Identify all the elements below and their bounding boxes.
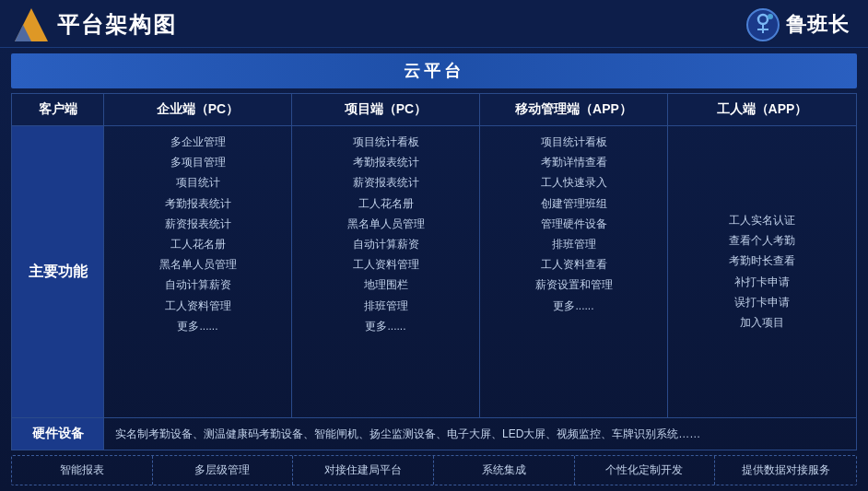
mobile-item-1: 考勤详情查看 bbox=[541, 154, 607, 171]
feature-3: 系统集成 bbox=[434, 456, 575, 485]
col-header-project-pc: 项目端（PC） bbox=[292, 94, 480, 125]
mobile-mgmt-col: 项目统计看板 考勤详情查看 工人快速录入 创建管理班组 管理硬件设备 排班管理 … bbox=[480, 126, 668, 417]
enterprise-item-2: 项目统计 bbox=[176, 174, 220, 192]
main-function-row: 主要功能 多企业管理 多项目管理 项目统计 考勤报表统计 薪资报表统计 工人花名… bbox=[12, 126, 856, 417]
col-header-enterprise: 企业端（PC） bbox=[104, 94, 292, 125]
hardware-content: 实名制考勤设备、测温健康码考勤设备、智能闸机、扬尘监测设备、电子大屏、LED大屏… bbox=[104, 418, 856, 450]
project-pc-col: 项目统计看板 考勤报表统计 薪资报表统计 工人花名册 黑名单人员管理 自动计算薪… bbox=[292, 126, 480, 417]
worker-item-2: 考勤时长查看 bbox=[729, 252, 795, 270]
main-function-label: 主要功能 bbox=[12, 126, 104, 417]
logo-icon bbox=[15, 8, 48, 41]
enterprise-item-0: 多企业管理 bbox=[170, 134, 226, 151]
mobile-item-0: 项目统计看板 bbox=[541, 134, 607, 151]
feature-1: 多层级管理 bbox=[153, 456, 294, 485]
enterprise-item-9: 更多...... bbox=[177, 318, 217, 335]
feature-5: 提供数据对接服务 bbox=[715, 456, 856, 485]
feature-4: 个性化定制开发 bbox=[575, 456, 716, 485]
mobile-item-7: 薪资设置和管理 bbox=[535, 276, 613, 294]
col-header-mobile: 移动管理端（APP） bbox=[480, 94, 668, 125]
page-container: 平台架构图 鲁班长 云平台 客户端 企业端（PC） bbox=[0, 0, 868, 491]
worker-item-4: 误打卡申请 bbox=[734, 294, 790, 311]
worker-item-3: 补打卡申请 bbox=[734, 274, 790, 291]
header-left: 平台架构图 bbox=[15, 8, 177, 41]
project-pc-item-3: 工人花名册 bbox=[358, 195, 414, 213]
worker-item-5: 加入项目 bbox=[740, 314, 784, 332]
page-title: 平台架构图 bbox=[57, 10, 177, 40]
mobile-item-5: 排班管理 bbox=[552, 236, 596, 253]
enterprise-col: 多企业管理 多项目管理 项目统计 考勤报表统计 薪资报表统计 工人花名册 黑名单… bbox=[104, 126, 292, 417]
mobile-item-3: 创建管理班组 bbox=[541, 195, 607, 213]
enterprise-item-8: 工人资料管理 bbox=[165, 298, 231, 315]
project-pc-item-5: 自动计算薪资 bbox=[353, 236, 419, 253]
project-pc-item-8: 排班管理 bbox=[364, 298, 408, 315]
project-pc-item-4: 黑名单人员管理 bbox=[347, 216, 425, 233]
enterprise-item-5: 工人花名册 bbox=[170, 236, 226, 253]
enterprise-item-1: 多项目管理 bbox=[170, 154, 226, 171]
worker-item-1: 查看个人考勤 bbox=[729, 232, 795, 250]
enterprise-item-7: 自动计算薪资 bbox=[165, 276, 231, 294]
col-header-client: 客户端 bbox=[12, 94, 104, 125]
mobile-item-2: 工人快速录入 bbox=[541, 174, 607, 192]
project-pc-item-9: 更多...... bbox=[365, 318, 405, 335]
platform-table: 客户端 企业端（PC） 项目端（PC） 移动管理端（APP） 工人端（APP） … bbox=[11, 93, 857, 450]
brand-logo: 鲁班长 bbox=[745, 7, 850, 42]
col-header-worker: 工人端（APP） bbox=[668, 94, 856, 125]
mobile-item-6: 工人资料查看 bbox=[541, 256, 607, 274]
svg-point-6 bbox=[768, 14, 773, 19]
worker-item-0: 工人实名认证 bbox=[729, 212, 795, 229]
main-content: 云平台 客户端 企业端（PC） 项目端（PC） 移动管理端（APP） 工人端（A… bbox=[0, 48, 868, 491]
enterprise-item-4: 薪资报表统计 bbox=[165, 216, 231, 233]
hardware-row: 硬件设备 实名制考勤设备、测温健康码考勤设备、智能闸机、扬尘监测设备、电子大屏、… bbox=[12, 417, 856, 450]
header: 平台架构图 鲁班长 bbox=[0, 0, 868, 48]
feature-2: 对接住建局平台 bbox=[293, 456, 434, 485]
bottom-features: 智能报表 多层级管理 对接住建局平台 系统集成 个性化定制开发 提供数据对接服务 bbox=[11, 455, 857, 485]
column-headers: 客户端 企业端（PC） 项目端（PC） 移动管理端（APP） 工人端（APP） bbox=[12, 94, 856, 126]
logo-emblem bbox=[745, 7, 780, 42]
project-pc-item-0: 项目统计看板 bbox=[353, 134, 419, 151]
hardware-label: 硬件设备 bbox=[12, 418, 104, 450]
feature-0: 智能报表 bbox=[12, 456, 153, 485]
mobile-item-4: 管理硬件设备 bbox=[541, 216, 607, 233]
project-pc-item-7: 地理围栏 bbox=[364, 276, 408, 294]
project-pc-item-6: 工人资料管理 bbox=[353, 256, 419, 274]
enterprise-item-6: 黑名单人员管理 bbox=[159, 256, 237, 274]
project-pc-item-2: 薪资报表统计 bbox=[353, 174, 419, 192]
project-pc-item-1: 考勤报表统计 bbox=[353, 154, 419, 171]
worker-col: 工人实名认证 查看个人考勤 考勤时长查看 补打卡申请 误打卡申请 加入项目 bbox=[668, 126, 856, 417]
brand-name: 鲁班长 bbox=[786, 11, 850, 39]
mobile-item-8: 更多...... bbox=[553, 298, 593, 315]
cloud-platform-bar: 云平台 bbox=[11, 53, 857, 88]
enterprise-item-3: 考勤报表统计 bbox=[165, 195, 231, 213]
